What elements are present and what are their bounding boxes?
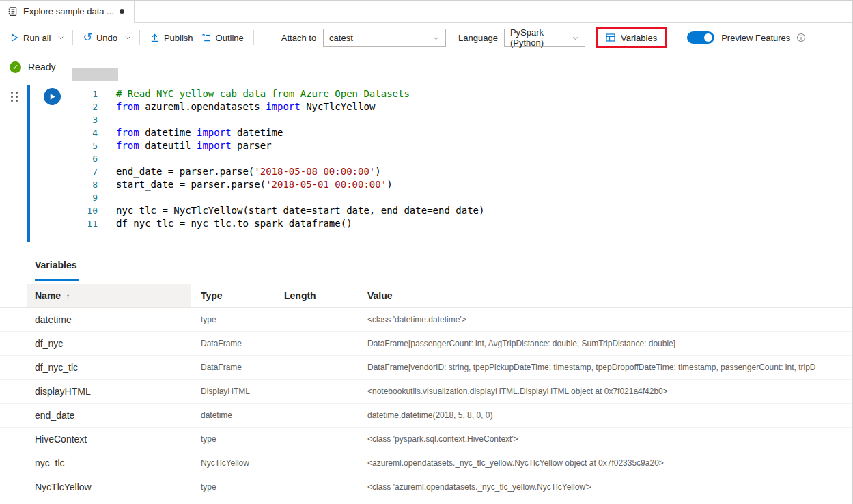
cell-drag-handle[interactable] <box>11 92 18 102</box>
ready-check-icon: ✓ <box>10 61 21 73</box>
preview-features-toggle[interactable] <box>687 31 714 44</box>
cell-value: <azureml.opendatasets._nyc_tlc_yellow.Ny… <box>358 458 852 468</box>
line-number: 5 <box>72 139 98 152</box>
variables-label: Variables <box>621 33 657 43</box>
notebook-tab[interactable]: Explore sample data ... <box>0 1 135 22</box>
cell-type: type <box>191 482 275 492</box>
outline-icon <box>201 33 212 43</box>
outline-label: Outline <box>216 33 244 43</box>
cell-selection-bar <box>27 85 30 242</box>
cell-value: <class 'datetime.datetime'> <box>358 315 852 324</box>
cell-value: datetime.datetime(2018, 5, 8, 0, 0) <box>358 410 852 420</box>
column-header-type[interactable]: Type <box>191 284 275 307</box>
variables-table-body: datetimetype<class 'datetime.datetime'>d… <box>0 308 852 499</box>
line-number: 4 <box>72 126 98 139</box>
attach-to-label: Attach to <box>281 33 316 43</box>
cell-value: DataFrame[passengerCount: int, AvgTripDi… <box>358 339 852 348</box>
line-number: 6 <box>72 152 98 165</box>
undo-options-chevron[interactable] <box>122 31 134 44</box>
undo-icon: ↺ <box>83 33 92 42</box>
table-row[interactable]: df_nycDataFrameDataFrame[passengerCount:… <box>0 332 852 356</box>
line-number: 8 <box>72 178 98 191</box>
info-icon[interactable] <box>796 33 806 42</box>
cell-name: HiveContext <box>27 434 191 445</box>
toolbar-divider <box>139 30 140 45</box>
notebook-cell-area: 1234567891011 # Read NYC yellow cab data… <box>0 81 852 251</box>
table-row[interactable]: df_nyc_tlcDataFrameDataFrame[vendorID: s… <box>0 356 852 380</box>
code-line: from datetime import datetime <box>116 126 484 139</box>
variables-table-icon <box>605 32 616 43</box>
line-number: 2 <box>72 100 98 113</box>
cell-value: <class 'pyspark.sql.context.HiveContext'… <box>358 434 852 444</box>
language-value: PySpark (Python) <box>510 27 572 48</box>
column-header-name-label: Name <box>35 290 61 301</box>
cell-type: DataFrame <box>191 363 275 372</box>
line-number: 10 <box>72 204 98 217</box>
table-row[interactable]: nyc_tlcNycTlcYellow<azureml.opendatasets… <box>0 451 852 475</box>
line-number: 7 <box>72 165 98 178</box>
line-number: 11 <box>72 217 98 230</box>
cell-type: type <box>191 315 275 324</box>
column-header-value[interactable]: Value <box>358 284 852 307</box>
column-header-length[interactable]: Length <box>275 284 358 307</box>
cell-type: type <box>191 434 275 444</box>
unsaved-changes-dot <box>120 9 124 14</box>
run-options-chevron[interactable] <box>55 31 67 44</box>
cell-value: DataFrame[vendorID: string, tpepPickupDa… <box>358 363 852 372</box>
code-line: nyc_tlc = NycTlcYellow(start_date=start_… <box>116 204 484 217</box>
column-header-name[interactable]: Name ↑ <box>27 284 191 307</box>
code-line: from dateutil import parser <box>116 139 484 152</box>
code-line: start_date = parser.parse('2018-05-01 00… <box>116 178 484 191</box>
scrollbar-thumb[interactable] <box>72 68 118 81</box>
ready-status-text: Ready <box>28 61 55 72</box>
run-cell-button[interactable] <box>44 88 61 105</box>
undo-label: Undo <box>96 33 117 43</box>
cell-type: datetime <box>191 410 275 420</box>
attach-to-dropdown[interactable]: catest <box>323 29 446 47</box>
toggle-knob <box>704 33 712 42</box>
table-header: Name ↑ Type Length Value <box>0 284 852 308</box>
code-lines: # Read NYC yellow cab data from Azure Op… <box>116 87 484 230</box>
code-editor[interactable]: 1234567891011 # Read NYC yellow cab data… <box>0 81 852 230</box>
cell-name: df_nyc <box>27 338 191 349</box>
language-label: Language <box>458 33 498 43</box>
cell-value: <notebookutils.visualization.displayHTML… <box>358 387 852 396</box>
run-all-label: Run all <box>23 33 51 43</box>
outline-button[interactable]: Outline <box>197 29 248 46</box>
line-numbers: 1234567891011 <box>72 87 98 230</box>
cell-name: datetime <box>27 314 191 325</box>
code-line: from azureml.opendatasets import NycTlcY… <box>116 100 484 113</box>
cell-name: end_date <box>27 410 191 421</box>
cell-value: <class 'azureml.opendatasets._nyc_tlc_ye… <box>358 482 852 492</box>
publish-label: Publish <box>164 33 193 43</box>
variables-button[interactable]: Variables <box>598 29 665 46</box>
cell-name: displayHTML <box>27 386 191 397</box>
cell-name: nyc_tlc <box>27 458 191 468</box>
notebook-tab-title: Explore sample data ... <box>23 6 114 16</box>
cell-type: NycTlcYellow <box>191 458 275 468</box>
preview-features-label: Preview Features <box>721 33 790 43</box>
cell-type: DataFrame <box>191 339 275 348</box>
table-row[interactable]: displayHTMLDisplayHTML<notebookutils.vis… <box>0 380 852 404</box>
publish-button[interactable]: Publish <box>145 29 197 46</box>
variables-annotation-box: Variables <box>596 27 667 48</box>
variables-panel-title[interactable]: Variables <box>35 260 79 281</box>
undo-button[interactable]: ↺ Undo <box>79 29 121 46</box>
line-number: 9 <box>72 191 98 204</box>
variables-table: Name ↑ Type Length Value datetimetype<cl… <box>0 284 852 499</box>
table-row[interactable]: HiveContexttype<class 'pyspark.sql.conte… <box>0 428 852 451</box>
notebook-tab-bar: Explore sample data ... <box>0 1 852 23</box>
table-row[interactable]: end_datedatetimedatetime.datetime(2018, … <box>0 404 852 428</box>
run-all-button[interactable]: Run all <box>5 29 55 46</box>
cell-name: df_nyc_tlc <box>27 362 191 373</box>
table-row[interactable]: NycTlcYellowtype<class 'azureml.opendata… <box>0 475 852 499</box>
code-line: # Read NYC yellow cab data from Azure Op… <box>116 87 484 100</box>
code-line: df_nyc_tlc = nyc_tlc.to_spark_dataframe(… <box>116 217 484 230</box>
chevron-down-icon <box>572 34 579 42</box>
toolbar-divider <box>253 30 254 45</box>
code-line: end_date = parser.parse('2018-05-08 00:0… <box>116 165 484 178</box>
language-dropdown[interactable]: PySpark (Python) <box>504 29 585 47</box>
toolbar-divider <box>72 30 73 45</box>
line-number: 1 <box>72 87 98 100</box>
table-row[interactable]: datetimetype<class 'datetime.datetime'> <box>0 308 852 332</box>
